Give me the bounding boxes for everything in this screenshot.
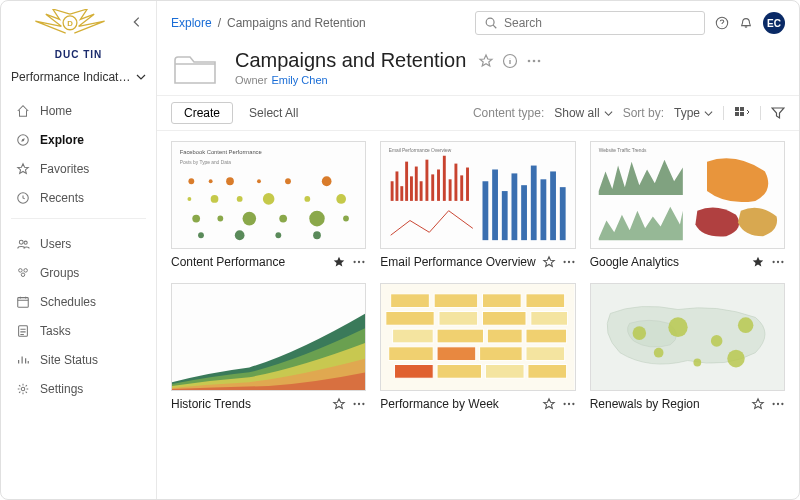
svg-point-112 [738, 317, 753, 333]
svg-point-24 [188, 178, 194, 184]
svg-rect-91 [483, 311, 526, 325]
favorite-star-icon[interactable] [542, 255, 556, 269]
sort-by-select[interactable]: Type [674, 106, 713, 120]
card-grid-container: Facebook Content Performance Posts by Ty… [157, 131, 799, 499]
card-google-analytics[interactable]: Website Traffic Trends Google Analytics [590, 141, 785, 269]
list-toolbar: Create Select All Content type: Show all… [157, 95, 799, 131]
favorite-star-icon[interactable] [751, 397, 765, 411]
card-title: Content Performance [171, 255, 285, 269]
svg-point-28 [285, 178, 291, 184]
sidebar-item-favorites[interactable]: Favorites [1, 154, 156, 183]
svg-point-6 [18, 268, 22, 272]
sidebar-item-users[interactable]: Users [1, 229, 156, 258]
help-icon[interactable] [715, 16, 729, 30]
svg-rect-58 [432, 174, 435, 201]
site-selector[interactable]: Performance Indicat… [11, 70, 146, 84]
sidebar-item-schedules[interactable]: Schedules [1, 287, 156, 316]
content-type-select[interactable]: Show all [554, 106, 612, 120]
create-button[interactable]: Create [171, 102, 233, 124]
card-thumbnail [171, 283, 366, 391]
sidebar: D DUC TIN Performance Indicat… Home Expl… [1, 1, 157, 499]
card-more-icon[interactable] [352, 397, 366, 411]
sidebar-item-label: Tasks [40, 324, 71, 338]
main-content: Explore / Campaigns and Retention EC [157, 1, 799, 499]
card-thumbnail [380, 283, 575, 391]
notifications-icon[interactable] [739, 16, 753, 30]
svg-point-107 [572, 403, 574, 405]
svg-point-81 [354, 403, 356, 405]
favorite-star-icon[interactable] [751, 255, 765, 269]
user-avatar[interactable]: EC [763, 12, 785, 34]
card-performance-by-week[interactable]: Performance by Week [380, 283, 575, 411]
card-title: Google Analytics [590, 255, 679, 269]
svg-rect-98 [437, 347, 476, 361]
svg-point-11 [21, 387, 25, 391]
svg-point-25 [209, 179, 213, 183]
sidebar-item-home[interactable]: Home [1, 96, 156, 125]
sidebar-item-groups[interactable]: Groups [1, 258, 156, 287]
breadcrumb-current: Campaigns and Retention [227, 16, 366, 30]
svg-point-82 [358, 403, 360, 405]
card-historic-trends[interactable]: Historic Trends [171, 283, 366, 411]
card-more-icon[interactable] [352, 255, 366, 269]
more-icon[interactable] [526, 53, 542, 69]
svg-point-8 [21, 273, 25, 277]
info-icon[interactable] [502, 53, 518, 69]
view-toggle[interactable] [734, 106, 750, 120]
card-more-icon[interactable] [562, 255, 576, 269]
svg-point-27 [257, 179, 261, 183]
breadcrumb-root[interactable]: Explore [171, 16, 212, 30]
sidebar-item-recents[interactable]: Recents [1, 183, 156, 212]
sidebar-item-explore[interactable]: Explore [1, 125, 156, 154]
svg-point-29 [322, 176, 332, 186]
card-more-icon[interactable] [562, 397, 576, 411]
svg-rect-93 [393, 329, 434, 343]
svg-rect-70 [531, 166, 537, 241]
topbar: Explore / Campaigns and Retention EC [157, 1, 799, 41]
svg-point-115 [693, 359, 701, 367]
tasks-icon [15, 323, 30, 338]
svg-point-17 [538, 59, 541, 62]
compass-icon [15, 132, 30, 147]
search-input[interactable] [504, 16, 696, 30]
brand-logo: D DUC TIN [1, 1, 156, 64]
sidebar-collapse-icon[interactable] [128, 13, 146, 31]
svg-point-45 [313, 231, 321, 239]
svg-point-113 [653, 348, 663, 358]
svg-point-34 [304, 196, 310, 202]
card-email-performance[interactable]: Email Performance Overview Email Perform… [380, 141, 575, 269]
svg-rect-96 [526, 329, 567, 343]
search-box[interactable] [475, 11, 705, 35]
sidebar-item-settings[interactable]: Settings [1, 374, 156, 403]
owner-link[interactable]: Emily Chen [271, 74, 327, 86]
card-content-performance[interactable]: Facebook Content Performance Posts by Ty… [171, 141, 366, 269]
svg-rect-103 [486, 364, 525, 378]
svg-point-47 [358, 261, 360, 263]
svg-point-15 [528, 59, 531, 62]
filter-icon[interactable] [771, 106, 785, 120]
svg-rect-72 [550, 171, 556, 240]
svg-rect-51 [396, 171, 399, 200]
favorite-star-icon[interactable] [332, 397, 346, 411]
svg-point-83 [363, 403, 365, 405]
svg-point-4 [19, 240, 23, 244]
favorite-page-star-icon[interactable] [478, 53, 494, 69]
card-title: Renewals by Region [590, 397, 700, 411]
sidebar-item-site-status[interactable]: Site Status [1, 345, 156, 374]
breadcrumb-sep: / [218, 16, 221, 30]
sidebar-nav-primary: Home Explore Favorites Recents [1, 92, 156, 212]
card-more-icon[interactable] [771, 255, 785, 269]
favorite-star-icon[interactable] [332, 255, 346, 269]
svg-rect-67 [502, 191, 508, 240]
favorite-star-icon[interactable] [542, 397, 556, 411]
card-renewals-by-region[interactable]: Renewals by Region [590, 283, 785, 411]
select-all-link[interactable]: Select All [249, 106, 298, 120]
sidebar-item-label: Site Status [40, 353, 98, 367]
card-more-icon[interactable] [771, 397, 785, 411]
svg-rect-92 [531, 311, 568, 325]
svg-point-5 [24, 241, 27, 244]
sidebar-item-tasks[interactable]: Tasks [1, 316, 156, 345]
svg-rect-104 [528, 364, 567, 378]
users-icon [15, 236, 30, 251]
svg-rect-68 [512, 173, 518, 240]
